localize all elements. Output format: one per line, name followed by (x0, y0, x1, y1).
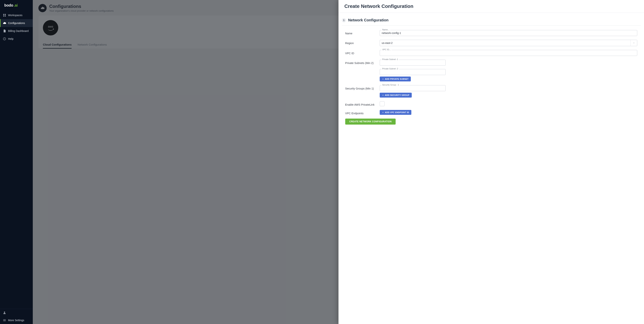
sidebar-item-billing[interactable]: Billing Dashboard (0, 27, 33, 35)
brand-logo: bodo .ai (0, 0, 33, 11)
sidebar: bodo .ai Workspaces Configurations Billi… (0, 0, 33, 324)
subnet-2-legend: Private Subnet -2 (382, 68, 399, 70)
sidebar-item-configurations[interactable]: Configurations (0, 19, 33, 27)
svg-text:.ai: .ai (14, 3, 18, 7)
sg-1-legend: Security Group - 1 (382, 84, 400, 86)
svg-rect-2 (3, 14, 4, 15)
panel-title: Create Network Configuration (338, 0, 644, 13)
region-label: Region (345, 40, 380, 46)
svg-rect-10 (3, 320, 6, 320)
plus-icon (382, 94, 384, 96)
svg-text:bodo: bodo (4, 3, 13, 7)
sidebar-bottom: More Settings (0, 309, 33, 324)
sidebar-label: Workspaces (8, 14, 22, 17)
subnet-1-legend: Private Subnet -1 (382, 58, 399, 60)
svg-rect-5 (5, 16, 6, 17)
name-legend: Name... (382, 29, 390, 31)
plus-icon (382, 78, 384, 80)
vpc-id-legend: VPC ID... (382, 48, 392, 51)
vpc-id-input[interactable] (380, 50, 638, 56)
sg-1-input[interactable] (380, 85, 446, 91)
chevron-down-icon (630, 40, 637, 46)
user-icon (3, 311, 6, 314)
add-subnet-button[interactable]: Add Private Subnet (380, 77, 411, 81)
add-security-group-button[interactable]: Add Security Group (380, 93, 412, 98)
create-network-panel: Create Network Configuration 1 Network C… (338, 0, 644, 324)
region-select[interactable]: us-east-2 (380, 40, 638, 46)
workspaces-icon (3, 14, 6, 17)
plus-icon (382, 111, 384, 113)
sidebar-item-workspaces[interactable]: Workspaces (0, 11, 33, 19)
region-value: us-east-2 (382, 42, 392, 45)
add-vpc-endpoint-button[interactable]: Add VPC Endpoint ID (380, 110, 411, 115)
security-groups-label: Security Groups (Min 1) (345, 85, 380, 98)
sidebar-nav: Workspaces Configurations Billing Dashbo… (0, 11, 33, 309)
billing-icon (3, 29, 6, 33)
svg-rect-9 (3, 319, 6, 320)
step-header: 1 Network Configuration (338, 18, 644, 24)
cloud-icon (3, 21, 6, 25)
network-config-form: Name Name... Region us-east-2 (338, 30, 644, 132)
subnets-label: Private Subnets (Min 2) (345, 60, 380, 81)
main-area: Configurations Your organization's cloud… (33, 0, 644, 324)
menu-icon (3, 318, 6, 322)
subnet-1-input[interactable] (380, 60, 446, 66)
vpc-id-label: VPC ID (345, 50, 380, 56)
sidebar-label: Configurations (8, 22, 25, 25)
privatelink-label: Enable AWS PrivateLink (345, 101, 380, 106)
subnet-2-input[interactable] (380, 69, 446, 75)
svg-rect-4 (3, 16, 4, 17)
sidebar-item-more-settings[interactable]: More Settings (0, 316, 33, 324)
step-number: 1 (342, 18, 346, 22)
sidebar-item-help[interactable]: ? Help (0, 35, 33, 43)
privatelink-checkbox[interactable] (380, 101, 384, 106)
sidebar-label: Billing Dashboard (8, 30, 29, 33)
vpc-endpoints-label: VPC Endpoints (345, 110, 380, 115)
sidebar-label: More Settings (8, 319, 24, 322)
svg-text:?: ? (4, 38, 5, 40)
help-icon: ? (3, 37, 6, 41)
name-input[interactable] (380, 30, 638, 36)
svg-rect-3 (5, 14, 6, 15)
svg-point-8 (4, 312, 5, 313)
name-label: Name (345, 30, 380, 36)
sidebar-item-account[interactable] (0, 309, 33, 316)
sidebar-label: Help (8, 37, 14, 40)
svg-rect-11 (3, 321, 6, 321)
create-network-config-button[interactable]: Create Network Configuration (345, 119, 396, 125)
step-title: Network Configuration (348, 18, 389, 22)
